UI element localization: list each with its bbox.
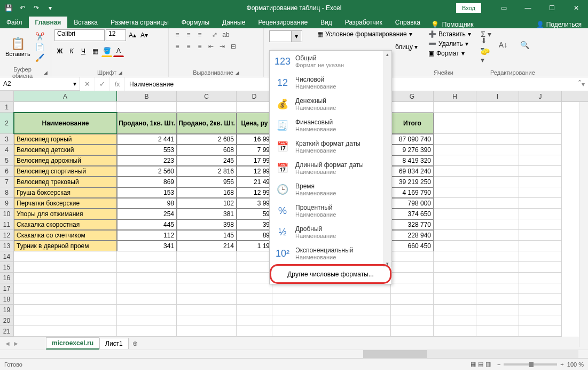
clear-icon[interactable]: 🧽 ▾: [481, 51, 491, 60]
tab-data[interactable]: Данные: [216, 17, 252, 28]
number-format-option[interactable]: % ПроцентныйНаименование: [270, 200, 391, 221]
tab-file[interactable]: Файл: [0, 17, 29, 28]
horizontal-scrollbar[interactable]: [0, 350, 588, 358]
merge-center-icon[interactable]: ⊟: [228, 41, 239, 52]
tab-help[interactable]: Справка: [389, 17, 427, 28]
page-layout-view-icon[interactable]: ▤: [478, 361, 483, 368]
maximize-icon[interactable]: ☐: [540, 0, 564, 15]
save-icon[interactable]: 💾: [2, 2, 15, 14]
align-center-icon[interactable]: ≡: [183, 41, 194, 52]
col-D[interactable]: D: [237, 91, 272, 101]
share-button[interactable]: 👤 Поделиться: [536, 21, 582, 28]
row-header[interactable]: 18: [0, 294, 14, 305]
row-header[interactable]: 17: [0, 283, 14, 294]
chevron-down-icon[interactable]: ▾: [291, 31, 301, 42]
font-dialog-icon[interactable]: ◢: [119, 70, 122, 75]
login-button[interactable]: Вход: [456, 3, 481, 13]
increase-font-icon[interactable]: A▴: [127, 29, 138, 41]
fill-color-button[interactable]: 🪣: [101, 45, 112, 57]
row-header[interactable]: 15: [0, 262, 14, 273]
ribbon-options-icon[interactable]: ▭: [492, 0, 516, 15]
bold-button[interactable]: Ж: [54, 45, 65, 57]
find-select-button[interactable]: 🔍: [517, 29, 532, 60]
row-header[interactable]: 11: [0, 219, 14, 230]
number-format-select[interactable]: ▾: [269, 30, 302, 42]
minimize-icon[interactable]: —: [516, 0, 540, 15]
page-break-view-icon[interactable]: ▥: [485, 361, 491, 368]
zoom-level[interactable]: 100 %: [567, 361, 584, 368]
align-right-icon[interactable]: ≡: [194, 41, 205, 52]
col-B[interactable]: B: [117, 91, 177, 101]
select-all-corner[interactable]: [0, 91, 14, 101]
vertical-scrollbar[interactable]: [579, 102, 588, 347]
border-button[interactable]: ▦: [90, 45, 100, 57]
tell-me[interactable]: 💡 Помощник: [431, 21, 474, 28]
tab-developer[interactable]: Разработчик: [339, 17, 389, 28]
row-header[interactable]: 1: [0, 102, 14, 113]
tab-view[interactable]: Вид: [314, 17, 339, 28]
sheet-nav-next-icon[interactable]: ►: [13, 340, 19, 347]
cancel-formula-icon[interactable]: ✕: [80, 77, 95, 91]
col-H[interactable]: H: [434, 91, 476, 101]
chevron-down-icon[interactable]: ▾: [73, 80, 76, 88]
number-format-option[interactable]: 📅 Краткий формат датыНаименование: [270, 136, 391, 157]
row-header[interactable]: 20: [0, 315, 14, 326]
row-header[interactable]: 12: [0, 230, 14, 241]
row-header[interactable]: 19: [0, 305, 14, 315]
row-header[interactable]: 2: [0, 113, 14, 134]
number-format-option[interactable]: 💰 ДенежныйНаименование: [270, 93, 391, 115]
copy-icon[interactable]: 📄: [35, 42, 45, 52]
col-C[interactable]: C: [177, 91, 237, 101]
tab-formulas[interactable]: Формулы: [175, 17, 216, 28]
sheet-tab-other[interactable]: Лист1: [99, 338, 129, 349]
number-format-option[interactable]: 12 ЧисловойНаименование: [270, 72, 391, 93]
more-number-formats-button[interactable]: Другие числовые форматы...: [271, 266, 390, 282]
insert-cells-button[interactable]: ➕Вставить ▾: [427, 29, 470, 39]
row-header[interactable]: 8: [0, 187, 14, 198]
cut-icon[interactable]: ✂️: [35, 31, 45, 41]
row-header[interactable]: 13: [0, 241, 14, 251]
align-bottom-icon[interactable]: ≡: [194, 29, 205, 40]
qat-custom-icon[interactable]: ▾: [44, 2, 57, 14]
number-format-option[interactable]: 🕒 ВремяНаименование: [270, 179, 391, 200]
tab-insert[interactable]: Вставка: [67, 17, 104, 28]
underline-button[interactable]: Ч: [78, 45, 89, 57]
redo-icon[interactable]: ↷: [30, 2, 43, 14]
row-header[interactable]: 9: [0, 198, 14, 209]
row-header[interactable]: 16: [0, 273, 14, 283]
new-sheet-icon[interactable]: ⊕: [129, 340, 142, 347]
font-name-select[interactable]: Calibri: [54, 29, 105, 41]
zoom-slider[interactable]: [504, 363, 557, 366]
dropdown-scrollbar[interactable]: ▴▾: [383, 51, 391, 267]
decrease-indent-icon[interactable]: ⇤: [206, 41, 216, 52]
decrease-font-icon[interactable]: A▾: [139, 29, 150, 41]
zoom-in-icon[interactable]: +: [560, 361, 563, 368]
font-size-select[interactable]: 12: [106, 29, 126, 41]
conditional-formatting-button[interactable]: ▦ Условное форматирование▾: [317, 30, 412, 38]
row-header[interactable]: 10: [0, 209, 14, 219]
format-painter-icon[interactable]: 🖌️: [35, 53, 45, 62]
align-middle-icon[interactable]: ≡: [183, 29, 194, 40]
col-G[interactable]: G: [391, 91, 434, 101]
col-A[interactable]: A: [14, 91, 117, 101]
close-icon[interactable]: ✕: [564, 0, 588, 15]
wrap-text-icon[interactable]: ab: [221, 29, 231, 40]
increase-indent-icon[interactable]: ⇥: [217, 41, 228, 52]
delete-cells-button[interactable]: ➖Удалить ▾: [427, 39, 470, 49]
clipboard-dialog-icon[interactable]: ◢: [44, 70, 48, 75]
number-format-option[interactable]: 🧾 ФинансовыйНаименование: [270, 115, 391, 136]
font-color-button[interactable]: A: [113, 45, 124, 57]
orientation-icon[interactable]: ⤢: [209, 29, 220, 40]
name-box[interactable]: A2▾: [0, 77, 80, 91]
tab-layout[interactable]: Разметка страницы: [104, 17, 175, 28]
row-header[interactable]: 3: [0, 134, 14, 145]
row-header[interactable]: 5: [0, 155, 14, 166]
tab-review[interactable]: Рецензирование: [252, 17, 314, 28]
align-top-icon[interactable]: ≡: [172, 29, 183, 40]
accept-formula-icon[interactable]: ✓: [95, 77, 110, 91]
row-header[interactable]: 7: [0, 177, 14, 187]
number-format-option[interactable]: 123 ОбщийФормат не указан: [270, 51, 391, 72]
sort-filter-button[interactable]: A↓: [496, 29, 511, 60]
format-cells-button[interactable]: ▣Формат ▾: [427, 49, 470, 58]
row-header[interactable]: 4: [0, 145, 14, 155]
